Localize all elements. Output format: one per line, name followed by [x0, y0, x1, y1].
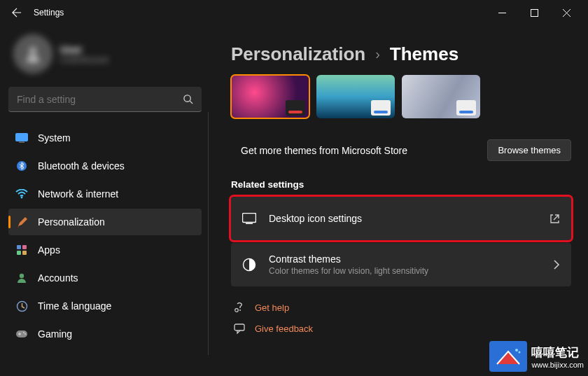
divider: [208, 112, 209, 355]
window-title: Settings: [34, 8, 64, 18]
apps-icon: [15, 244, 28, 256]
theme-mini-preview: [456, 100, 476, 116]
back-button[interactable]: [6, 1, 28, 24]
clock-globe-icon: [15, 300, 28, 312]
svg-rect-9: [17, 251, 21, 255]
avatar: [14, 35, 52, 73]
watermark-text: 嘻嘻笔记: [531, 344, 584, 361]
watermark-logo: [489, 341, 527, 372]
watermark: 嘻嘻笔记 www.bijixx.com: [489, 341, 584, 372]
nav-label: Time & language: [38, 300, 111, 312]
bluetooth-icon: [15, 160, 28, 172]
search-box[interactable]: [8, 87, 202, 112]
person-icon: [15, 272, 28, 284]
nav-bluetooth[interactable]: Bluetooth & devices: [8, 153, 202, 179]
nav-time-language[interactable]: Time & language: [8, 293, 202, 319]
breadcrumb-current: Themes: [390, 43, 458, 65]
theme-mini-preview: [371, 100, 391, 116]
theme-option-1[interactable]: [231, 75, 309, 118]
nav-label: Personalization: [38, 216, 105, 228]
profile-sub: Local Account: [60, 55, 108, 64]
nav-personalization[interactable]: Personalization: [8, 209, 202, 235]
nav-label: Accounts: [38, 272, 78, 284]
contrast-icon: [242, 258, 256, 272]
breadcrumb: Personalization › Themes: [231, 43, 571, 65]
svg-rect-0: [531, 9, 538, 16]
svg-point-20: [235, 309, 239, 312]
chevron-right-icon: [553, 260, 560, 270]
nav-label: Bluetooth & devices: [38, 160, 125, 172]
svg-point-19: [239, 309, 241, 311]
svg-point-1: [29, 48, 36, 54]
svg-rect-4: [19, 142, 24, 144]
help-icon: [234, 302, 245, 313]
nav-label: System: [38, 132, 71, 144]
nav-label: Apps: [38, 244, 60, 256]
maximize-icon: [531, 9, 538, 17]
browse-themes-button[interactable]: Browse themes: [487, 139, 571, 161]
watermark-url: www.bijixx.com: [531, 361, 584, 369]
titlebar: Settings: [0, 0, 588, 25]
search-icon: [183, 94, 193, 104]
svg-point-14: [23, 332, 24, 333]
card-title: Contrast themes: [269, 253, 540, 265]
desktop-icon-settings-card[interactable]: Desktop icon settings: [231, 197, 571, 240]
svg-rect-17: [246, 223, 253, 225]
main-panel: Personalization › Themes Get more themes…: [210, 25, 588, 376]
theme-option-3[interactable]: [402, 75, 480, 118]
open-external-icon: [550, 214, 560, 224]
svg-rect-3: [16, 134, 28, 141]
svg-rect-7: [17, 245, 21, 249]
link-label: Give feedback: [255, 323, 313, 334]
maximize-button[interactable]: [518, 1, 550, 24]
svg-point-23: [519, 351, 521, 354]
theme-thumbnails: [231, 75, 571, 118]
arrow-left-icon: [12, 8, 22, 18]
nav-label: Gaming: [38, 328, 72, 340]
paintbrush-icon: [15, 216, 28, 228]
profile-name: User: [60, 44, 108, 55]
nav-label: Network & internet: [38, 188, 118, 200]
svg-rect-8: [22, 245, 27, 249]
sidebar: User Local Account System Bluetooth & de…: [0, 25, 210, 376]
svg-rect-16: [243, 214, 256, 223]
related-settings-header: Related settings: [231, 179, 571, 190]
person-icon: [23, 44, 43, 64]
wifi-icon: [15, 188, 28, 200]
display-icon: [15, 132, 28, 144]
theme-mini-preview: [286, 100, 305, 116]
svg-point-15: [24, 333, 26, 335]
chevron-right-icon: ›: [375, 46, 380, 62]
close-icon: [563, 9, 570, 17]
nav-apps[interactable]: Apps: [8, 237, 202, 263]
nav-gaming[interactable]: Gaming: [8, 321, 202, 347]
give-feedback-link[interactable]: Give feedback: [234, 323, 571, 334]
minimize-button[interactable]: [486, 1, 518, 24]
nav-accounts[interactable]: Accounts: [8, 265, 202, 291]
svg-point-6: [21, 197, 23, 199]
minimize-icon: [498, 9, 506, 17]
feedback-icon: [234, 323, 245, 334]
nav-list: System Bluetooth & devices Network & int…: [8, 125, 202, 347]
theme-option-2[interactable]: [316, 75, 395, 118]
get-help-link[interactable]: Get help: [234, 302, 571, 313]
nav-system[interactable]: System: [8, 125, 202, 151]
breadcrumb-parent[interactable]: Personalization: [231, 43, 365, 65]
store-row: Get more themes from Microsoft Store Bro…: [231, 128, 571, 172]
link-label: Get help: [255, 302, 289, 313]
svg-rect-10: [22, 251, 27, 255]
nav-network[interactable]: Network & internet: [8, 181, 202, 207]
contrast-themes-card[interactable]: Contrast themes Color themes for low vis…: [231, 243, 571, 286]
store-text: Get more themes from Microsoft Store: [241, 145, 487, 156]
card-title: Desktop icon settings: [269, 213, 537, 224]
svg-point-22: [515, 349, 518, 351]
help-links: Get help Give feedback: [231, 302, 571, 334]
desktop-icon: [242, 213, 256, 224]
svg-rect-21: [234, 324, 244, 330]
svg-point-2: [184, 95, 190, 102]
svg-point-11: [20, 274, 24, 278]
gamepad-icon: [15, 328, 28, 340]
search-input[interactable]: [17, 94, 183, 105]
profile-block[interactable]: User Local Account: [8, 29, 202, 78]
close-button[interactable]: [550, 1, 582, 24]
